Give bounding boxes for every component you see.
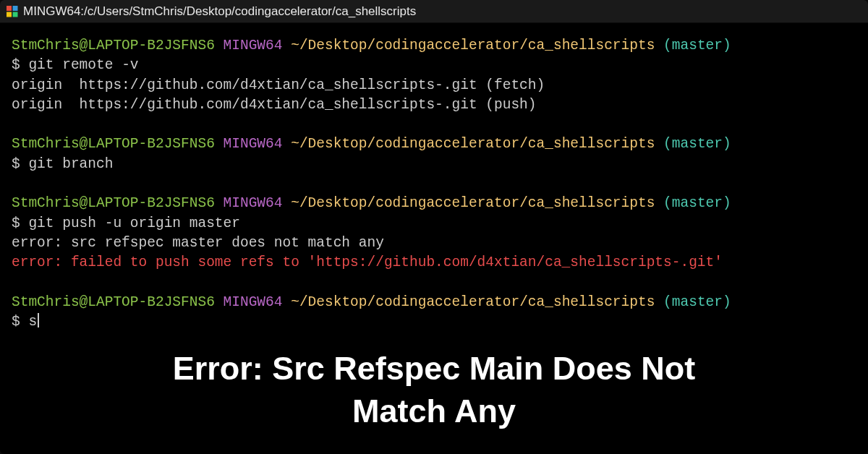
- prompt-dollar: $: [12, 314, 20, 330]
- cwd-path: ~/Desktop/codingaccelerator/ca_shellscri…: [291, 136, 655, 152]
- command-line[interactable]: $ s: [12, 312, 856, 332]
- svg-rect-1: [13, 6, 18, 11]
- blank-line: [12, 273, 856, 293]
- output-line: origin https://github.com/d4xtian/ca_she…: [12, 76, 856, 95]
- user-host: StmChris@LAPTOP-B2JSFNS6: [12, 294, 215, 310]
- cwd-path: ~/Desktop/codingaccelerator/ca_shellscri…: [291, 294, 655, 310]
- blank-line: [12, 174, 856, 194]
- branch-label: (master): [663, 136, 731, 152]
- cwd-path: ~/Desktop/codingaccelerator/ca_shellscri…: [291, 38, 655, 53]
- svg-rect-2: [7, 12, 12, 17]
- caption-line: Match Any: [29, 390, 839, 433]
- prompt-line: StmChris@LAPTOP-B2JSFNS6 MINGW64 ~/Deskt…: [12, 134, 856, 154]
- output-line: origin https://github.com/d4xtian/ca_she…: [12, 95, 856, 115]
- env-label: MINGW64: [224, 38, 283, 53]
- typed-input[interactable]: s: [28, 314, 37, 330]
- window-title: MINGW64:/c/Users/StmChris/Desktop/coding…: [23, 4, 416, 19]
- prompt-dollar: $: [12, 156, 20, 172]
- blank-line: [12, 115, 856, 134]
- error-line: error: failed to push some refs to 'http…: [12, 253, 856, 273]
- env-label: MINGW64: [224, 195, 283, 211]
- command-line: $ git branch: [12, 155, 856, 174]
- output-line: error: src refspec master does not match…: [12, 234, 856, 253]
- env-label: MINGW64: [224, 136, 283, 152]
- branch-label: (master): [663, 294, 731, 310]
- svg-rect-0: [7, 6, 12, 11]
- command-text: git remote -v: [28, 57, 138, 73]
- titlebar: MINGW64:/c/Users/StmChris/Desktop/coding…: [0, 0, 868, 23]
- caption-overlay: Error: Src Refspec Main Does Not Match A…: [0, 348, 868, 432]
- user-host: StmChris@LAPTOP-B2JSFNS6: [12, 38, 215, 53]
- command-line: $ git push -u origin master: [12, 214, 856, 234]
- branch-label: (master): [663, 195, 731, 211]
- user-host: StmChris@LAPTOP-B2JSFNS6: [12, 136, 215, 152]
- command-text: git push -u origin master: [28, 215, 240, 231]
- command-text: git branch: [28, 156, 113, 172]
- user-host: StmChris@LAPTOP-B2JSFNS6: [12, 195, 215, 211]
- prompt-line: StmChris@LAPTOP-B2JSFNS6 MINGW64 ~/Deskt…: [12, 293, 856, 312]
- prompt-dollar: $: [12, 215, 20, 231]
- cursor-icon: [38, 313, 39, 327]
- prompt-dollar: $: [12, 57, 20, 73]
- svg-rect-3: [13, 12, 18, 17]
- command-line: $ git remote -v: [12, 56, 856, 75]
- caption-line: Error: Src Refspec Main Does Not: [29, 348, 839, 390]
- prompt-line: StmChris@LAPTOP-B2JSFNS6 MINGW64 ~/Deskt…: [12, 36, 856, 56]
- cwd-path: ~/Desktop/codingaccelerator/ca_shellscri…: [291, 195, 655, 211]
- app-icon: [6, 5, 19, 18]
- branch-label: (master): [663, 38, 731, 53]
- terminal-body[interactable]: StmChris@LAPTOP-B2JSFNS6 MINGW64 ~/Deskt…: [0, 23, 868, 338]
- prompt-line: StmChris@LAPTOP-B2JSFNS6 MINGW64 ~/Deskt…: [12, 194, 856, 213]
- env-label: MINGW64: [224, 294, 283, 310]
